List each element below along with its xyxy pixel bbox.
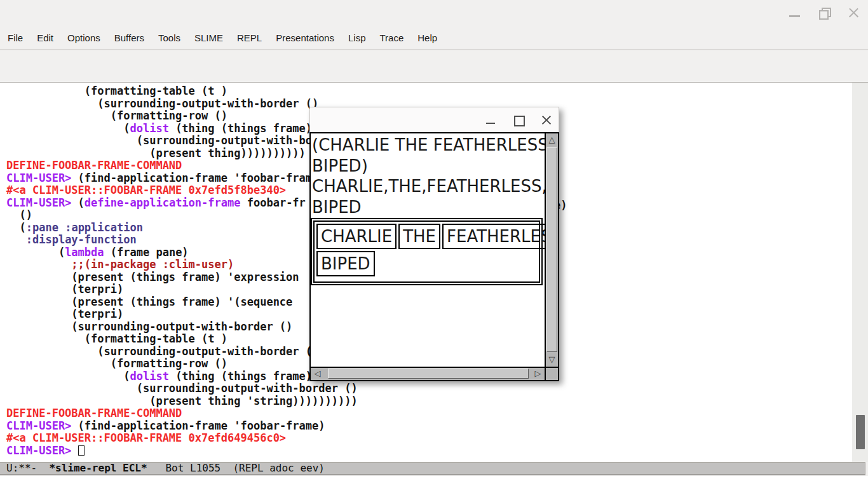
buffer-scrollbar[interactable] bbox=[852, 83, 868, 462]
emacs-frame: FileEditOptionsBuffersToolsSLIMEREPLPres… bbox=[0, 0, 868, 488]
code-segment: (present (things frame) '(sequence bbox=[6, 295, 292, 308]
code-segment: #<a CLIM-USER::FOOBAR-FRAME 0x7efd5f8be3… bbox=[6, 184, 286, 196]
menu-item-tools[interactable]: Tools bbox=[151, 32, 187, 43]
buffer-line: (surrounding-output-with-border () bbox=[6, 321, 358, 334]
restore-icon[interactable] bbox=[817, 6, 831, 20]
code-segment: (surrounding-output-with-border () bbox=[6, 345, 318, 358]
menu-item-options[interactable]: Options bbox=[60, 32, 107, 43]
clim-presentation-text: CHARLIE,THE,FEATHERLESS, bbox=[312, 176, 545, 197]
code-segment: (terpri) bbox=[6, 283, 123, 295]
clim-presentation-cell[interactable]: CHARLIE bbox=[316, 224, 397, 249]
menu-item-buffers[interactable]: Buffers bbox=[107, 32, 151, 43]
mode-line: U:**- *slime-repl ECL* Bot L1055 (REPL a… bbox=[0, 462, 865, 475]
code-segment: foobar-fr bbox=[240, 196, 305, 209]
code-segment: CLIM-USER> bbox=[6, 172, 71, 184]
code-segment: ;;(in-package :clim-user) bbox=[6, 258, 234, 271]
code-segment: (present (things frame) 'expression bbox=[6, 271, 299, 283]
scroll-right-icon[interactable]: ▷ bbox=[531, 368, 545, 380]
scroll-left-icon[interactable]: ◁ bbox=[311, 368, 324, 380]
code-segment: (present thing)))))))))) bbox=[6, 147, 306, 159]
buffer-line: CLIM-USER> (find-application-frame 'foob… bbox=[6, 172, 358, 185]
buffer-line: (:pane :application bbox=[6, 222, 358, 234]
code-segment: (thing (things frame)) bbox=[169, 370, 318, 383]
clim-table-row-1: CHARLIETHEFEATHERLESS bbox=[316, 224, 537, 249]
minibuffer[interactable] bbox=[0, 476, 868, 488]
code-segment: CLIM-USER> bbox=[6, 419, 71, 432]
clim-presentation-cell[interactable]: FEATHERLESS bbox=[442, 224, 545, 249]
buffer-scrollbar-thumb[interactable] bbox=[856, 415, 865, 449]
scroll-down-icon[interactable]: ▽ bbox=[546, 353, 558, 367]
code-segment: (formatting-row () bbox=[6, 109, 227, 122]
clim-application-pane[interactable]: (CHARLIE THE FEATHERLESSBIPED)CHARLIE,TH… bbox=[311, 133, 545, 367]
clim-border-box-outer: CHARLIETHEFEATHERLESS BIPED bbox=[311, 218, 543, 285]
buffer-line: (surrounding-output-with-border () bbox=[6, 135, 358, 147]
code-segment: (surrounding-output-with-border () bbox=[6, 134, 358, 147]
code-segment bbox=[58, 221, 65, 234]
buffer-line: DEFINE-FOOBAR-FRAME-COMMAND bbox=[6, 159, 358, 172]
code-segment: DEFINE-FOOBAR-FRAME-COMMAND bbox=[6, 159, 182, 172]
code-segment: ( bbox=[6, 221, 26, 234]
code-segment: (formatting-table (t ) bbox=[6, 332, 227, 345]
clim-presentation-cell[interactable]: THE bbox=[398, 224, 440, 249]
code-segment: :application bbox=[65, 221, 143, 234]
clim-border-box-inner: CHARLIETHEFEATHERLESS BIPED bbox=[313, 220, 540, 283]
code-segment: (thing (things frame)) bbox=[169, 122, 318, 135]
clim-hscroll-thumb[interactable] bbox=[328, 369, 529, 379]
clim-presentation-cell[interactable]: BIPED bbox=[316, 251, 375, 276]
menu-item-help[interactable]: Help bbox=[410, 32, 444, 43]
buffer-line: :display-function bbox=[6, 234, 358, 247]
clim-vertical-scrollbar[interactable]: △ ▽ bbox=[545, 133, 558, 367]
menu-item-slime[interactable]: SLIME bbox=[187, 32, 230, 43]
buffer-line: (surrounding-output-with-border () bbox=[6, 98, 358, 111]
menu-item-file[interactable]: File bbox=[1, 32, 30, 43]
buffer-line: (present (things frame) '(sequence bbox=[6, 296, 358, 309]
buffer-line: (formatting-row () bbox=[6, 110, 358, 123]
clim-minimize-icon[interactable] bbox=[485, 114, 496, 126]
code-segment bbox=[6, 233, 26, 246]
code-segment bbox=[71, 444, 78, 457]
code-segment: (surrounding-output-with-border () bbox=[6, 97, 318, 110]
menu-item-trace[interactable]: Trace bbox=[372, 32, 410, 43]
clim-presentation-text: BIPED) bbox=[312, 156, 545, 177]
menu-bar: FileEditOptionsBuffersToolsSLIMEREPLPres… bbox=[0, 25, 868, 50]
menu-item-presentations[interactable]: Presentations bbox=[269, 32, 341, 43]
code-segment: dolist bbox=[130, 122, 168, 135]
clim-frame-window[interactable]: (CHARLIE THE FEATHERLESSBIPED)CHARLIE,TH… bbox=[309, 107, 559, 381]
minimize-icon[interactable] bbox=[788, 6, 802, 20]
code-segment: ( bbox=[71, 196, 84, 209]
buffer-line: CLIM-USER> (find-application-frame 'foob… bbox=[6, 420, 358, 433]
code-segment: (formatting-row () bbox=[6, 357, 227, 370]
code-segment: (surrounding-output-with-border () bbox=[6, 320, 292, 333]
code-segment: (present thing 'string)))))))))) bbox=[6, 395, 358, 407]
buffer-line: (lambda (frame pane) bbox=[6, 247, 358, 259]
buffer-line: DEFINE-FOOBAR-FRAME-COMMAND bbox=[6, 407, 358, 420]
code-segment: (find-application-frame 'foobar-frame) bbox=[71, 419, 325, 432]
code-segment: :display-function bbox=[26, 233, 137, 246]
code-segment: (find-application-frame 'foobar-frame) bbox=[71, 172, 325, 184]
code-segment: DEFINE-FOOBAR-FRAME-COMMAND bbox=[6, 407, 182, 419]
buffer-line: ;;(in-package :clim-user) bbox=[6, 259, 358, 271]
modeline-state: U:**- bbox=[6, 462, 49, 474]
menu-item-repl[interactable]: REPL bbox=[230, 32, 269, 43]
clim-maximize-icon[interactable] bbox=[513, 114, 524, 126]
clim-horizontal-scrollbar[interactable]: ◁ ▷ bbox=[311, 367, 545, 380]
clim-presentation-text: BIPED bbox=[312, 197, 545, 218]
code-segment: ( bbox=[6, 246, 65, 259]
buffer-line: (formatting-table (t ) bbox=[6, 333, 358, 346]
buffer-line: (formatting-row () bbox=[6, 358, 358, 370]
clim-titlebar[interactable] bbox=[309, 107, 559, 132]
scroll-up-icon[interactable]: △ bbox=[546, 133, 558, 147]
buffer-line: (present thing)))))))))) bbox=[6, 147, 358, 160]
titlebar bbox=[0, 0, 868, 25]
buffer-line: (surrounding-output-with-border () bbox=[6, 346, 358, 358]
clim-content-pane: (CHARLIE THE FEATHERLESSBIPED)CHARLIE,TH… bbox=[309, 132, 559, 381]
menu-item-edit[interactable]: Edit bbox=[30, 32, 60, 43]
clim-close-icon[interactable] bbox=[541, 114, 552, 126]
code-segment: (formatting-table (t ) bbox=[6, 85, 227, 97]
text-cursor[interactable] bbox=[78, 445, 85, 456]
menu-item-lisp[interactable]: Lisp bbox=[341, 32, 373, 43]
code-segment: (surrounding-output-with-border () bbox=[6, 382, 358, 395]
modeline-buffer-name: *slime-repl ECL* bbox=[49, 462, 147, 474]
clim-vscroll-thumb[interactable] bbox=[546, 147, 557, 352]
close-icon[interactable] bbox=[846, 6, 860, 20]
